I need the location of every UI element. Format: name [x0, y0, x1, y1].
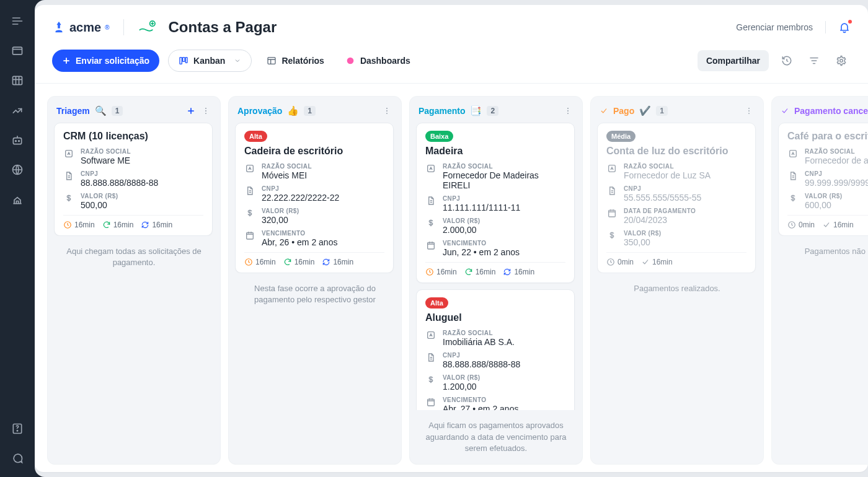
time-metric: 16min [102, 221, 134, 229]
field-label: CNPJ [624, 185, 701, 192]
card[interactable]: CRM (10 licenças)RAZÃO SOCIALSoftware ME… [54, 123, 213, 236]
field-value: 99.999.999/9999-99 [805, 178, 868, 188]
refresh-icon [283, 258, 292, 266]
field-value: Abr, 27 • em 2 anos [443, 404, 518, 410]
card-field: VALOR (R$)500,00 [63, 193, 203, 210]
time-metric: 16min [641, 258, 673, 266]
submit-request-button[interactable]: Enviar solicitação [52, 50, 159, 72]
nav-item-5-icon[interactable] [11, 164, 24, 176]
gear-icon[interactable] [832, 51, 851, 70]
cnpj-icon [425, 196, 436, 212]
field-value: 88.888.888/8888-88 [443, 359, 520, 369]
lane-body: CRM (10 licenças)RAZÃO SOCIALSoftware ME… [54, 123, 214, 236]
card-title: Madeira [425, 146, 565, 157]
kanban-board[interactable]: Triagem🔍1CRM (10 licenças)RAZÃO SOCIALSo… [35, 84, 868, 472]
svg-rect-30 [428, 242, 435, 249]
filter-icon[interactable] [805, 51, 823, 70]
view-switcher[interactable]: Kanban [168, 50, 252, 72]
valor-icon [63, 193, 74, 210]
chat-icon[interactable] [11, 452, 24, 465]
svg-point-26 [567, 108, 569, 109]
card-footer: 0min16min [606, 252, 746, 266]
time-metric: 16min [141, 221, 172, 229]
nav-item-6-icon[interactable] [11, 193, 24, 206]
time-value: 0min [618, 258, 634, 266]
lane-menu-icon[interactable] [562, 105, 574, 116]
lane-footer: Pagamentos não autorizados. [778, 242, 868, 258]
reports-link[interactable]: Relatórios [260, 56, 330, 66]
dashboards-link[interactable]: Dashboards [339, 56, 417, 66]
svg-rect-11 [185, 58, 187, 63]
time-value: 16min [514, 268, 534, 276]
time-value: 16min [652, 258, 673, 266]
cnpj-icon [63, 171, 74, 188]
svg-point-3 [16, 141, 17, 142]
svg-rect-1 [13, 76, 22, 84]
check-icon [822, 221, 831, 229]
share-button[interactable]: Compartilhar [698, 50, 769, 71]
lane-footer: Nesta fase ocorre a aprovação do pagamen… [235, 279, 395, 307]
submit-request-label: Enviar solicitação [76, 56, 149, 66]
help-icon[interactable] [11, 422, 24, 435]
field-value: 11.111.111/1111-11 [443, 203, 520, 212]
time-metric: 16min [63, 221, 95, 229]
field-label: VALOR (R$) [443, 374, 480, 381]
card[interactable]: BaixaMadeiraRAZÃO SOCIALFornecedor De Ma… [416, 123, 575, 283]
lane-actions [381, 105, 392, 116]
lane-body: BaixaMadeiraRAZÃO SOCIALFornecedor De Ma… [416, 123, 576, 410]
nav-item-1-icon[interactable] [11, 45, 24, 57]
module-icon [138, 19, 159, 36]
plus-icon [62, 56, 71, 65]
lane-body: Café para o escritórioRAZÃO SOCIALFornec… [778, 123, 868, 236]
lane-emoji-icon: 👍 [287, 105, 299, 116]
svg-point-14 [840, 59, 843, 63]
card[interactable]: Café para o escritórioRAZÃO SOCIALFornec… [778, 123, 868, 236]
lane-title: Triagem [56, 106, 90, 116]
refresh-icon [464, 268, 473, 276]
lane-pago: Pago✔️1MédiaConta de luz do escritórioRA… [590, 96, 764, 465]
page-title: Contas a Pagar [169, 19, 277, 36]
notifications-button[interactable] [838, 21, 851, 33]
manage-members-link[interactable]: Gerenciar membros [736, 22, 813, 32]
lane-body: MédiaConta de luz do escritórioRAZÃO SOC… [597, 123, 757, 273]
field-value: 55.555.555/5555-55 [624, 193, 701, 203]
card-field: CNPJ99.999.999/9999-99 [787, 170, 868, 188]
menu-toggle-icon[interactable] [11, 15, 24, 27]
card-field: VENCIMENTOJun, 22 • em 2 anos [425, 240, 565, 257]
lane-menu-icon[interactable] [743, 105, 755, 116]
lane-footer: Pagamentos realizados. [597, 279, 757, 295]
brand-mark-icon [52, 20, 66, 34]
svg-rect-33 [428, 399, 435, 406]
brand-logo[interactable]: acme ® [52, 20, 110, 35]
nav-item-4-icon[interactable] [11, 134, 24, 146]
card[interactable]: AltaAluguelRAZÃO SOCIALImobiliária AB S.… [416, 289, 575, 410]
field-label: CNPJ [443, 195, 520, 202]
field-value: 320,00 [262, 215, 299, 225]
field-label: CNPJ [443, 352, 520, 359]
reports-label: Relatórios [281, 56, 324, 66]
cycle-icon [322, 258, 330, 266]
time-value: 16min [294, 258, 315, 266]
nav-item-2-icon[interactable] [11, 74, 24, 87]
nav-item-3-icon[interactable] [11, 104, 24, 116]
lane-emoji-icon: 🔍 [95, 105, 107, 116]
lane-title: Pago [613, 106, 634, 116]
field-value: 600,00 [805, 200, 842, 210]
history-icon[interactable] [777, 51, 796, 70]
card-field: VENCIMENTOAbr, 27 • em 2 anos [425, 396, 565, 410]
card[interactable]: MédiaConta de luz do escritórioRAZÃO SOC… [597, 123, 756, 273]
venc-icon [425, 240, 436, 257]
toolbar: Enviar solicitação Kanban Relatórios Das… [35, 47, 868, 84]
add-card-icon[interactable] [185, 105, 197, 116]
clock-icon [244, 258, 253, 266]
lane-menu-icon[interactable] [381, 105, 392, 116]
clock-icon [606, 258, 615, 266]
lane-menu-icon[interactable] [200, 105, 211, 116]
valor-icon [787, 193, 799, 210]
lane-title: Pagamento [418, 106, 465, 116]
card[interactable]: AltaCadeira de escritórioRAZÃO SOCIALMóv… [235, 123, 394, 273]
svg-point-7 [17, 431, 17, 431]
card-field: RAZÃO SOCIALFornecedor de Luz SA [606, 163, 746, 180]
lane-actions [743, 105, 755, 116]
time-metric: 16min [322, 258, 353, 266]
